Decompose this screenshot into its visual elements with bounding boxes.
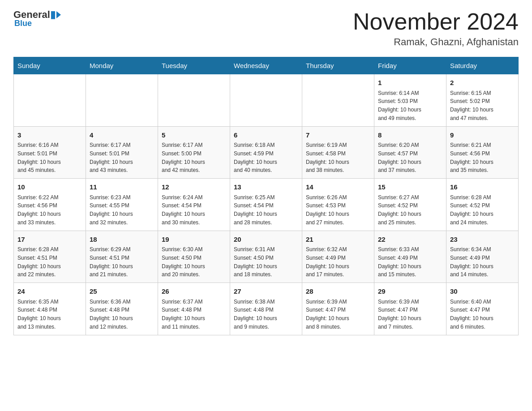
calendar-cell: 19Sunrise: 6:30 AM Sunset: 4:50 PM Dayli… bbox=[158, 231, 230, 283]
calendar-cell: 12Sunrise: 6:24 AM Sunset: 4:54 PM Dayli… bbox=[158, 179, 230, 231]
day-number: 15 bbox=[378, 182, 442, 193]
day-info: Sunrise: 6:22 AM Sunset: 4:56 PM Dayligh… bbox=[17, 194, 61, 226]
day-info: Sunrise: 6:36 AM Sunset: 4:48 PM Dayligh… bbox=[90, 299, 133, 330]
day-info: Sunrise: 6:23 AM Sunset: 4:55 PM Dayligh… bbox=[90, 194, 133, 226]
weekday-header-wednesday: Wednesday bbox=[230, 57, 302, 74]
day-info: Sunrise: 6:25 AM Sunset: 4:54 PM Dayligh… bbox=[234, 194, 277, 226]
calendar-cell: 13Sunrise: 6:25 AM Sunset: 4:54 PM Dayli… bbox=[230, 179, 302, 231]
day-number: 26 bbox=[162, 287, 226, 297]
day-number: 10 bbox=[17, 182, 82, 193]
logo-blue-label: Blue bbox=[14, 19, 32, 28]
day-number: 13 bbox=[234, 182, 298, 193]
calendar-cell: 1Sunrise: 6:14 AM Sunset: 5:03 PM Daylig… bbox=[374, 74, 446, 127]
day-number: 8 bbox=[378, 130, 442, 141]
day-info: Sunrise: 6:17 AM Sunset: 5:01 PM Dayligh… bbox=[90, 142, 133, 173]
day-info: Sunrise: 6:26 AM Sunset: 4:53 PM Dayligh… bbox=[306, 194, 349, 226]
weekday-header-sunday: Sunday bbox=[14, 57, 86, 74]
weekday-header-tuesday: Tuesday bbox=[158, 57, 230, 74]
calendar-cell: 5Sunrise: 6:17 AM Sunset: 5:00 PM Daylig… bbox=[158, 126, 230, 179]
calendar-cell: 4Sunrise: 6:17 AM Sunset: 5:01 PM Daylig… bbox=[86, 126, 158, 179]
day-info: Sunrise: 6:24 AM Sunset: 4:54 PM Dayligh… bbox=[162, 194, 205, 226]
day-number: 12 bbox=[162, 182, 226, 193]
day-number: 5 bbox=[162, 130, 226, 141]
calendar-cell: 27Sunrise: 6:38 AM Sunset: 4:48 PM Dayli… bbox=[230, 283, 302, 335]
day-number: 19 bbox=[162, 235, 226, 245]
day-number: 24 bbox=[17, 287, 82, 297]
day-number: 14 bbox=[306, 182, 370, 193]
day-number: 27 bbox=[234, 287, 298, 297]
day-info: Sunrise: 6:14 AM Sunset: 5:03 PM Dayligh… bbox=[378, 90, 421, 121]
day-info: Sunrise: 6:37 AM Sunset: 4:48 PM Dayligh… bbox=[162, 299, 205, 330]
day-number: 23 bbox=[450, 235, 515, 245]
calendar-cell bbox=[230, 74, 302, 127]
calendar-cell: 9Sunrise: 6:21 AM Sunset: 4:56 PM Daylig… bbox=[446, 126, 519, 179]
day-number: 22 bbox=[378, 235, 442, 245]
day-info: Sunrise: 6:18 AM Sunset: 4:59 PM Dayligh… bbox=[234, 142, 277, 173]
calendar-cell: 20Sunrise: 6:31 AM Sunset: 4:50 PM Dayli… bbox=[230, 231, 302, 283]
calendar-week-row: 1Sunrise: 6:14 AM Sunset: 5:03 PM Daylig… bbox=[14, 74, 519, 127]
weekday-header-monday: Monday bbox=[86, 57, 158, 74]
month-title: November 2024 bbox=[353, 9, 519, 34]
calendar-cell: 24Sunrise: 6:35 AM Sunset: 4:48 PM Dayli… bbox=[14, 283, 86, 335]
weekday-header-saturday: Saturday bbox=[446, 57, 519, 74]
day-number: 29 bbox=[378, 287, 442, 297]
day-info: Sunrise: 6:39 AM Sunset: 4:47 PM Dayligh… bbox=[378, 299, 421, 330]
day-info: Sunrise: 6:39 AM Sunset: 4:47 PM Dayligh… bbox=[306, 299, 349, 330]
day-number: 4 bbox=[90, 130, 154, 141]
calendar-cell: 30Sunrise: 6:40 AM Sunset: 4:47 PM Dayli… bbox=[446, 283, 519, 335]
calendar-cell: 3Sunrise: 6:16 AM Sunset: 5:01 PM Daylig… bbox=[14, 126, 86, 179]
day-info: Sunrise: 6:33 AM Sunset: 4:49 PM Dayligh… bbox=[378, 246, 421, 278]
calendar-cell: 23Sunrise: 6:34 AM Sunset: 4:49 PM Dayli… bbox=[446, 231, 519, 283]
day-number: 21 bbox=[306, 235, 370, 245]
day-number: 11 bbox=[90, 182, 154, 193]
calendar-cell: 16Sunrise: 6:28 AM Sunset: 4:52 PM Dayli… bbox=[446, 179, 519, 231]
calendar-week-row: 3Sunrise: 6:16 AM Sunset: 5:01 PM Daylig… bbox=[14, 126, 519, 179]
calendar-cell: 26Sunrise: 6:37 AM Sunset: 4:48 PM Dayli… bbox=[158, 283, 230, 335]
day-number: 6 bbox=[234, 130, 298, 141]
calendar-cell: 28Sunrise: 6:39 AM Sunset: 4:47 PM Dayli… bbox=[302, 283, 374, 335]
calendar-cell: 25Sunrise: 6:36 AM Sunset: 4:48 PM Dayli… bbox=[86, 283, 158, 335]
day-info: Sunrise: 6:19 AM Sunset: 4:58 PM Dayligh… bbox=[306, 142, 349, 173]
logo-blue-text: ▮ bbox=[50, 9, 56, 21]
day-info: Sunrise: 6:17 AM Sunset: 5:00 PM Dayligh… bbox=[162, 142, 205, 173]
day-number: 18 bbox=[90, 235, 154, 245]
logo-arrow-icon bbox=[56, 11, 61, 18]
calendar-cell: 18Sunrise: 6:29 AM Sunset: 4:51 PM Dayli… bbox=[86, 231, 158, 283]
calendar-cell bbox=[302, 74, 374, 127]
day-info: Sunrise: 6:28 AM Sunset: 4:51 PM Dayligh… bbox=[17, 246, 61, 278]
day-info: Sunrise: 6:21 AM Sunset: 4:56 PM Dayligh… bbox=[450, 142, 493, 173]
location-label: Ramak, Ghazni, Afghanistan bbox=[353, 36, 519, 48]
day-info: Sunrise: 6:15 AM Sunset: 5:02 PM Dayligh… bbox=[450, 90, 493, 121]
calendar-cell: 14Sunrise: 6:26 AM Sunset: 4:53 PM Dayli… bbox=[302, 179, 374, 231]
calendar-cell: 11Sunrise: 6:23 AM Sunset: 4:55 PM Dayli… bbox=[86, 179, 158, 231]
calendar-cell: 15Sunrise: 6:27 AM Sunset: 4:52 PM Dayli… bbox=[374, 179, 446, 231]
day-info: Sunrise: 6:30 AM Sunset: 4:50 PM Dayligh… bbox=[162, 246, 205, 278]
calendar-cell: 7Sunrise: 6:19 AM Sunset: 4:58 PM Daylig… bbox=[302, 126, 374, 179]
day-number: 20 bbox=[234, 235, 298, 245]
day-info: Sunrise: 6:20 AM Sunset: 4:57 PM Dayligh… bbox=[378, 142, 421, 173]
calendar-cell: 2Sunrise: 6:15 AM Sunset: 5:02 PM Daylig… bbox=[446, 74, 519, 127]
day-info: Sunrise: 6:27 AM Sunset: 4:52 PM Dayligh… bbox=[378, 194, 421, 226]
calendar-cell: 6Sunrise: 6:18 AM Sunset: 4:59 PM Daylig… bbox=[230, 126, 302, 179]
calendar-cell bbox=[158, 74, 230, 127]
day-info: Sunrise: 6:16 AM Sunset: 5:01 PM Dayligh… bbox=[17, 142, 61, 173]
day-info: Sunrise: 6:40 AM Sunset: 4:47 PM Dayligh… bbox=[450, 299, 493, 330]
calendar-cell bbox=[14, 74, 86, 127]
day-number: 7 bbox=[306, 130, 370, 141]
day-info: Sunrise: 6:28 AM Sunset: 4:52 PM Dayligh… bbox=[450, 194, 493, 226]
page-header: General ▮ Blue November 2024 Ramak, Ghaz… bbox=[13, 9, 519, 48]
calendar-week-row: 10Sunrise: 6:22 AM Sunset: 4:56 PM Dayli… bbox=[14, 179, 519, 231]
logo: General ▮ Blue bbox=[13, 9, 61, 28]
day-number: 3 bbox=[17, 130, 82, 141]
day-number: 28 bbox=[306, 287, 370, 297]
title-section: November 2024 Ramak, Ghazni, Afghanistan bbox=[353, 9, 519, 48]
calendar-cell: 21Sunrise: 6:32 AM Sunset: 4:49 PM Dayli… bbox=[302, 231, 374, 283]
calendar-header-row: SundayMondayTuesdayWednesdayThursdayFrid… bbox=[14, 57, 519, 74]
day-info: Sunrise: 6:35 AM Sunset: 4:48 PM Dayligh… bbox=[17, 299, 61, 330]
day-info: Sunrise: 6:31 AM Sunset: 4:50 PM Dayligh… bbox=[234, 246, 277, 278]
day-number: 30 bbox=[450, 287, 515, 297]
day-info: Sunrise: 6:32 AM Sunset: 4:49 PM Dayligh… bbox=[306, 246, 349, 278]
calendar-cell: 17Sunrise: 6:28 AM Sunset: 4:51 PM Dayli… bbox=[14, 231, 86, 283]
calendar-cell: 8Sunrise: 6:20 AM Sunset: 4:57 PM Daylig… bbox=[374, 126, 446, 179]
day-number: 1 bbox=[378, 78, 442, 88]
